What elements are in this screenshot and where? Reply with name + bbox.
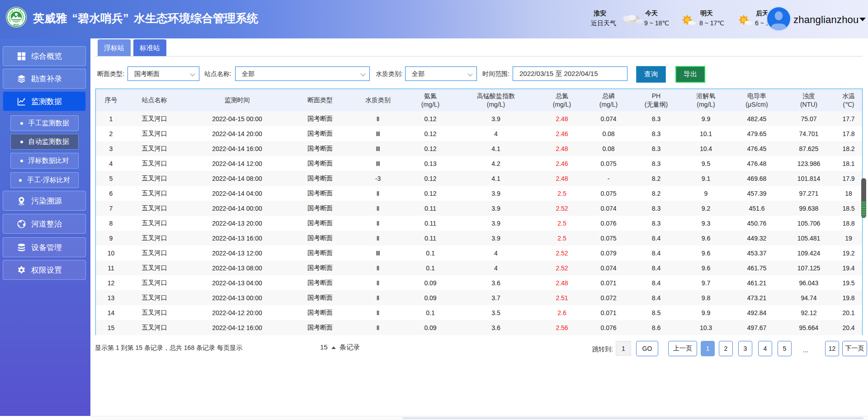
svg-text:MEE: MEE (13, 23, 19, 26)
